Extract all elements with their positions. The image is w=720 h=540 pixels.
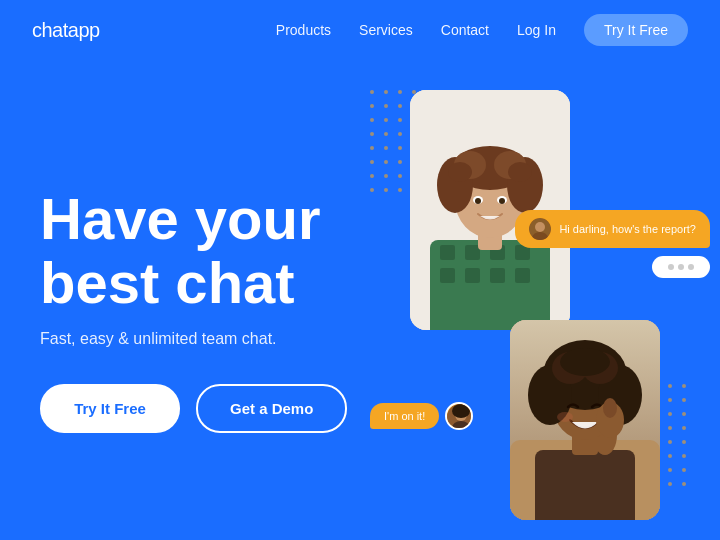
chat-avatar-1 bbox=[529, 218, 551, 240]
svg-point-43 bbox=[603, 398, 617, 418]
svg-rect-8 bbox=[465, 268, 480, 283]
nav-login[interactable]: Log In bbox=[517, 22, 556, 38]
hero-get-demo-button[interactable]: Get a Demo bbox=[196, 384, 347, 433]
svg-point-22 bbox=[475, 198, 481, 204]
svg-point-39 bbox=[560, 348, 610, 376]
svg-point-23 bbox=[499, 198, 505, 204]
navbar: chatapp Products Services Contact Log In… bbox=[0, 0, 720, 60]
svg-rect-9 bbox=[490, 268, 505, 283]
chat-bubble-top: Hi darling, how's the report? bbox=[515, 210, 710, 278]
svg-point-19 bbox=[508, 162, 532, 182]
brand-name-light: app bbox=[68, 19, 100, 41]
svg-point-18 bbox=[448, 162, 472, 182]
svg-rect-4 bbox=[465, 245, 480, 260]
chat-bubble-bottom: I'm on it! bbox=[370, 402, 473, 430]
hero-right: for(let i=0;i<80;i++){ document.currentS… bbox=[360, 80, 680, 540]
svg-rect-30 bbox=[535, 450, 635, 520]
nav-contact[interactable]: Contact bbox=[441, 22, 489, 38]
typing-indicator bbox=[652, 256, 710, 278]
chat-message-text: Hi darling, how's the report? bbox=[559, 223, 696, 235]
hero-left: Have your best chat Fast, easy & unlimit… bbox=[40, 80, 360, 540]
chat-bubble-message: Hi darling, how's the report? bbox=[515, 210, 710, 248]
hero-subtitle: Fast, easy & unlimited team chat. bbox=[40, 330, 360, 348]
svg-rect-7 bbox=[440, 268, 455, 283]
chat-bubble-bottom-message: I'm on it! bbox=[370, 403, 439, 429]
svg-rect-3 bbox=[440, 245, 455, 260]
hero-title: Have your best chat bbox=[40, 187, 360, 315]
chat-avatar-2 bbox=[445, 402, 473, 430]
typing-dot-1 bbox=[668, 264, 674, 270]
photo-card-person2 bbox=[510, 320, 660, 520]
brand-name-bold: chat bbox=[32, 19, 68, 41]
nav-products[interactable]: Products bbox=[276, 22, 331, 38]
nav-try-free-button[interactable]: Try It Free bbox=[584, 14, 688, 46]
svg-point-40 bbox=[557, 412, 573, 422]
hero-try-free-button[interactable]: Try It Free bbox=[40, 384, 180, 433]
typing-dot-2 bbox=[678, 264, 684, 270]
typing-dot-3 bbox=[688, 264, 694, 270]
svg-point-46 bbox=[452, 404, 470, 418]
nav-services[interactable]: Services bbox=[359, 22, 413, 38]
hero-section: Have your best chat Fast, easy & unlimit… bbox=[0, 60, 720, 540]
hero-buttons: Try It Free Get a Demo bbox=[40, 384, 360, 433]
svg-point-25 bbox=[535, 222, 545, 232]
nav-links: Products Services Contact Log In Try It … bbox=[276, 14, 688, 46]
brand-logo[interactable]: chatapp bbox=[32, 19, 100, 42]
